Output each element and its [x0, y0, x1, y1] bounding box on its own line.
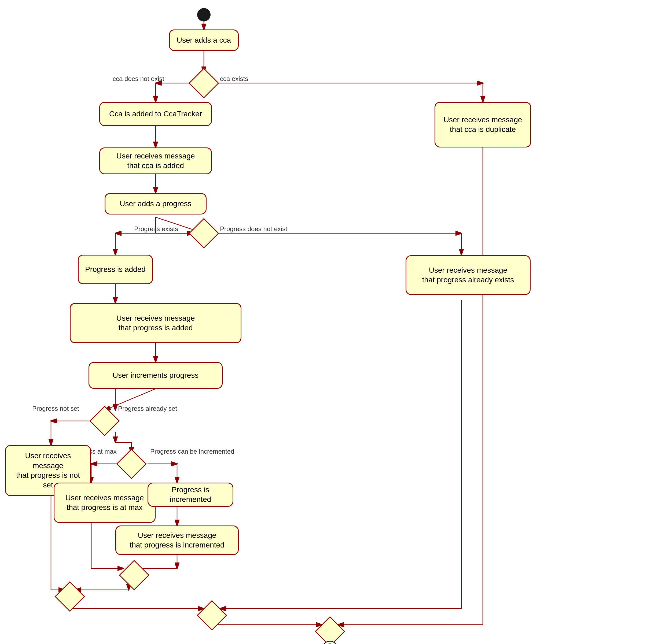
cca-does-not-exist-label: cca does not exist — [113, 75, 164, 83]
progress-not-set-label: Progress not set — [32, 405, 79, 412]
max-diamond — [116, 449, 146, 479]
user-adds-cca-node: User adds a cca — [169, 29, 239, 51]
user-receives-at-max-node: User receives message that progress is a… — [54, 483, 156, 523]
user-adds-progress-node: User adds a progress — [104, 193, 207, 215]
cca-exists-label: cca exists — [220, 75, 248, 83]
user-receives-progress-added-node: User receives message that progress is a… — [70, 303, 241, 343]
merge4-diamond-wrapper — [319, 621, 341, 642]
increment-diamond-wrapper — [94, 410, 115, 432]
max-diamond-wrapper — [121, 453, 142, 475]
progress-incremented-node: Progress is incremented — [148, 483, 233, 507]
increment-diamond — [89, 406, 120, 436]
cca-diamond — [189, 68, 219, 98]
user-receives-incremented-node: User receives message that progress is i… — [115, 526, 239, 555]
progress-diamond-wrapper — [193, 223, 215, 244]
user-receives-already-exists-node: User receives message that progress alre… — [406, 255, 530, 295]
user-receives-cca-duplicate-node: User receives message that cca is duplic… — [435, 102, 531, 148]
progress-can-be-incremented-label: Progress can be incremented — [150, 448, 234, 455]
progress-diamond — [189, 218, 219, 248]
progress-exists-label: Progress exists — [134, 225, 178, 233]
merge2-diamond-wrapper — [59, 586, 80, 607]
diagram-container: User adds a cca cca does not exist cca e… — [0, 0, 647, 644]
user-increments-progress-node: User increments progress — [88, 362, 223, 389]
user-receives-cca-added-node: User receives message that cca is added — [99, 148, 212, 174]
start-node — [197, 8, 211, 21]
merge2-diamond — [55, 581, 85, 612]
merge1-diamond — [119, 560, 149, 590]
cca-added-tracker-node: Cca is added to CcaTracker — [99, 102, 212, 126]
cca-diamond-wrapper — [193, 72, 215, 94]
merge4-diamond — [315, 616, 345, 644]
merge3-diamond-wrapper — [201, 605, 223, 626]
merge3-diamond — [197, 600, 227, 630]
progress-added-node: Progress is added — [78, 255, 153, 284]
progress-already-set-label: Progress already set — [118, 405, 177, 412]
merge1-diamond-wrapper — [123, 564, 145, 586]
progress-does-not-exist-label: Progress does not exist — [220, 225, 287, 233]
end-node — [322, 641, 338, 644]
